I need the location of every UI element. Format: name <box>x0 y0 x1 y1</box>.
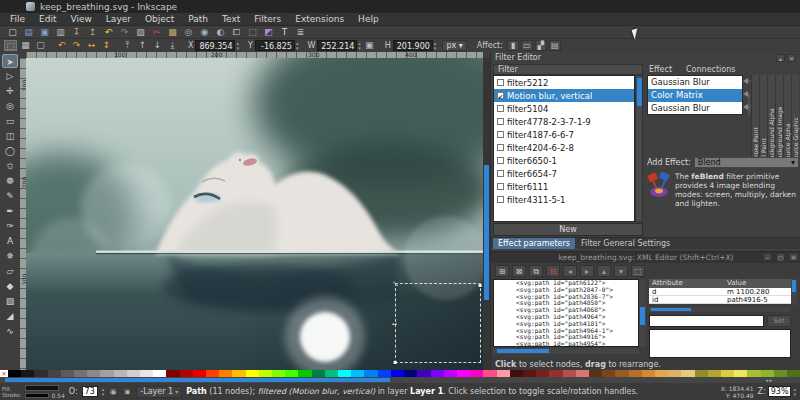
filter-checkbox[interactable] <box>497 170 504 177</box>
zoom-selection-icon[interactable]: ◎ <box>182 27 195 38</box>
filter-list-item[interactable]: filter6111 <box>494 180 634 193</box>
menu-path[interactable]: Path <box>182 13 214 25</box>
filter-checkbox[interactable] <box>497 79 504 86</box>
tool-connector[interactable]: ∿ <box>2 324 18 338</box>
palette-swatch[interactable] <box>8 370 21 377</box>
attribute-vscroll-thumb[interactable] <box>792 280 796 292</box>
filter-list-item[interactable]: filter4204-6-2-8 <box>494 141 634 154</box>
tool-eraser[interactable]: ▱ <box>2 264 18 278</box>
xml-tree-vscroll-thumb[interactable] <box>640 307 645 325</box>
move-gradients-icon[interactable]: ▞ <box>535 40 547 51</box>
raise-icon[interactable]: ↑ <box>136 40 149 51</box>
y-spin-arrows-icon[interactable]: ▴▾ <box>296 41 299 51</box>
new-text-node-icon[interactable]: ⊠ <box>512 265 526 277</box>
palette-swatch[interactable] <box>378 370 391 377</box>
deselect-icon[interactable]: ▢ <box>34 40 47 51</box>
palette-swatch[interactable] <box>206 370 219 377</box>
palette-swatch[interactable] <box>483 370 496 377</box>
x-spinner[interactable]: X 869.354 ▴▾ <box>183 40 239 51</box>
tool-3dbox[interactable]: ◫ <box>2 129 18 143</box>
tool-node-editor[interactable]: ▷ <box>2 69 18 83</box>
tool-selector[interactable]: ➤ <box>2 54 18 68</box>
palette-swatch[interactable] <box>747 370 760 377</box>
effect-column-header[interactable]: Effect <box>649 65 672 74</box>
lower-icon[interactable]: ↓ <box>151 40 164 51</box>
hscroll-thumb[interactable] <box>5 378 390 382</box>
unindent-node-icon[interactable]: ◂ <box>563 265 577 277</box>
zoom-spinner[interactable]: 93% <box>768 386 792 397</box>
palette-swatch[interactable] <box>602 370 615 377</box>
menu-file[interactable]: File <box>4 13 31 25</box>
fill-color-swatch[interactable] <box>25 385 59 391</box>
palette-swatch[interactable] <box>166 370 179 377</box>
tool-tweak[interactable]: ✛ <box>2 84 18 98</box>
palette-swatch[interactable] <box>668 370 681 377</box>
no-color-swatch[interactable]: ✕ <box>0 370 8 377</box>
zoom-page-icon[interactable]: ◐ <box>214 27 227 38</box>
attribute-row[interactable]: dm 1100.280 <box>649 288 797 296</box>
filter-scroll-thumb[interactable] <box>637 78 642 106</box>
filter-list-item[interactable]: filter5104 <box>494 102 634 115</box>
connections-column-header[interactable]: Connections <box>686 65 735 74</box>
palette-swatch[interactable] <box>589 370 602 377</box>
xml-tree-vscrollbar[interactable] <box>639 279 646 347</box>
tool-pen[interactable]: ✒ <box>2 204 18 218</box>
scale-corners-icon[interactable]: ▭ <box>521 40 533 51</box>
menu-help[interactable]: Help <box>352 13 385 25</box>
palette-swatch[interactable] <box>563 370 576 377</box>
layer-lock-icon[interactable]: ▪ <box>122 387 132 396</box>
attribute-vscrollbar[interactable] <box>791 279 797 305</box>
palette-swatch[interactable] <box>153 370 166 377</box>
menu-text[interactable]: Text <box>216 13 246 25</box>
palette-swatch[interactable] <box>774 370 787 377</box>
tab-effect-parameters[interactable]: Effect parameters <box>493 238 575 249</box>
palette-swatch[interactable] <box>100 370 113 377</box>
vscroll-thumb[interactable] <box>484 165 489 300</box>
palette-swatch[interactable] <box>298 370 311 377</box>
tool-gradient[interactable]: ▨ <box>2 294 18 308</box>
canvas-vertical-scrollbar[interactable] <box>483 58 490 370</box>
filter-column-header[interactable]: Filter <box>493 64 643 75</box>
palette-swatch[interactable] <box>114 370 127 377</box>
palette-swatch[interactable] <box>312 370 325 377</box>
palette-swatch[interactable] <box>576 370 589 377</box>
palette-swatch[interactable] <box>21 370 34 377</box>
palette-swatch[interactable] <box>246 370 259 377</box>
filter-list-item[interactable]: filter4187-6-6-7 <box>494 128 634 141</box>
move-patterns-icon[interactable]: ▤ <box>549 40 561 51</box>
menu-edit[interactable]: Edit <box>33 13 62 25</box>
filter-checkbox[interactable] <box>497 183 504 190</box>
filter-list-item[interactable]: filter4778-2-3-7-1-9 <box>494 115 634 128</box>
filter-checkbox[interactable] <box>497 144 504 151</box>
palette-swatch[interactable] <box>721 370 734 377</box>
h-value[interactable]: 201.900 <box>393 40 433 51</box>
effect-list-item[interactable]: Gaussian Blur <box>648 102 742 115</box>
filter-editor-titlebar[interactable]: Filter Editor ▴ ✕ <box>491 52 800 63</box>
move-node-down-icon[interactable]: ▾ <box>614 265 628 277</box>
palette-swatch[interactable] <box>285 370 298 377</box>
tool-spray[interactable]: ✵ <box>2 249 18 263</box>
palette-swatch[interactable] <box>48 370 61 377</box>
filter-list[interactable]: filter5212✔Motion blur, verticalfilter51… <box>493 75 635 222</box>
attribute-row[interactable]: idpath4916-5 <box>649 296 797 304</box>
selection-handle-sw[interactable]: ▪ <box>393 358 397 365</box>
stroke-width-value[interactable]: 0.54 <box>51 392 64 399</box>
filter-list-item[interactable]: filter6650-1 <box>494 154 634 167</box>
h-spin-arrows-icon[interactable]: ▴▾ <box>434 41 437 51</box>
stroke-color-swatch[interactable] <box>25 393 49 398</box>
palette-swatch[interactable] <box>193 370 206 377</box>
palette-swatch[interactable] <box>351 370 364 377</box>
selection-handle-w[interactable]: ↔ <box>392 320 397 327</box>
connection-label-background-image[interactable]: Background Image <box>775 75 783 163</box>
palette-swatch[interactable] <box>510 370 523 377</box>
palette-swatch[interactable] <box>180 370 193 377</box>
h-spinner[interactable]: H 201.900 ▴▾ <box>380 40 437 51</box>
align-dialog-icon[interactable]: ≣ <box>294 27 307 38</box>
palette-swatch[interactable] <box>364 370 377 377</box>
export-icon[interactable]: ↥ <box>86 27 99 38</box>
paste-icon[interactable]: ▩ <box>166 27 179 38</box>
effect-list[interactable]: Gaussian BlurColor MatrixGaussian Blur <box>647 75 743 115</box>
print-icon[interactable]: ▥ <box>54 27 67 38</box>
palette-swatch[interactable] <box>470 370 483 377</box>
rotate-ccw-icon[interactable]: ↶ <box>55 40 68 51</box>
